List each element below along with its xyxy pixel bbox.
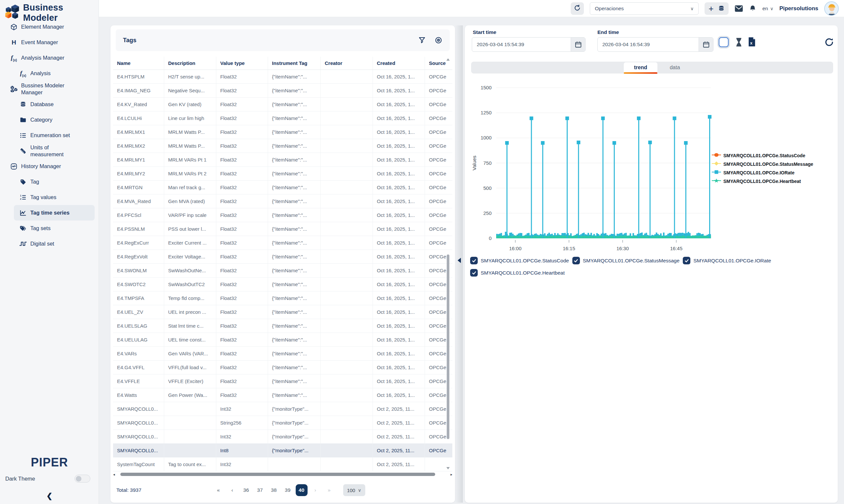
table-row[interactable]: E4.VARs Gen VARs (VAR... Float32 {"itemN…: [113, 347, 452, 361]
language-select[interactable]: en ∨: [762, 5, 773, 12]
filter-icon[interactable]: [418, 36, 426, 44]
page-size-select[interactable]: 100 ∨: [343, 484, 365, 496]
database-button[interactable]: [718, 5, 725, 12]
scroll-right-icon[interactable]: ▸: [450, 473, 452, 476]
page-button[interactable]: 39: [282, 484, 293, 496]
table-row[interactable]: E4.MRLMY2 MRLM VARs Pt 2 Float32 {"itemN…: [113, 167, 452, 181]
sidebar-item-bussines-modeler-manager[interactable]: Bussines Modeler Manager: [5, 81, 95, 96]
table-row[interactable]: E4.RegExCurr Exciter Current ... Float32…: [113, 236, 452, 250]
horizontal-scrollbar-thumb[interactable]: [120, 473, 435, 476]
collapse-left-icon[interactable]: [457, 258, 461, 263]
series-checkbox[interactable]: SMYARQCOLL01.OPCGe.StatusCode: [470, 257, 569, 264]
table-row[interactable]: E4.UELULAG UEL time const... Float32 {"i…: [113, 333, 452, 347]
sidebar-item-tag[interactable]: Tag: [14, 174, 95, 190]
calendar-icon[interactable]: [699, 38, 713, 51]
tab-trend[interactable]: trend: [624, 62, 658, 73]
table-row[interactable]: E4.MRLMY1 MRLM VARs Pt 1 Float32 {"itemN…: [113, 153, 452, 167]
hourglass-icon[interactable]: [735, 37, 743, 49]
col-instrument-tag[interactable]: Instrument Tag: [268, 57, 321, 70]
page-button[interactable]: 38: [268, 484, 280, 496]
sidebar-item-units-of-measurement[interactable]: Units of measurement: [14, 143, 95, 159]
table-row[interactable]: E4.MVA_Rated Gen MVA (rated) Float32 {"i…: [113, 195, 452, 208]
excel-file-icon[interactable]: x: [747, 37, 756, 49]
page-button[interactable]: 40: [295, 484, 307, 496]
col-name[interactable]: Name: [113, 57, 164, 70]
legend-item[interactable]: SMYARQCOLL01.OPCGe.IORate: [712, 168, 837, 177]
sidebar-collapse-icon[interactable]: ❮: [0, 492, 99, 500]
next-page-button[interactable]: ›: [309, 484, 321, 496]
last-page-button[interactable]: »: [323, 484, 335, 496]
table-row[interactable]: E4.SWONLM SwWashOutNe... Float32 {"itemN…: [113, 264, 452, 277]
sidebar-item-analysis[interactable]: f(x) Analysis: [14, 66, 95, 81]
workspace-select[interactable]: Operaciones ∨: [590, 2, 699, 15]
scroll-down-icon[interactable]: [446, 467, 450, 469]
table-row[interactable]: E4.HTSPLM H2/T sense up... Float32 {"ite…: [113, 70, 452, 84]
table-row[interactable]: SMYARQCOLL0... Int32 {"monitorType"... O…: [113, 430, 452, 444]
scroll-up-icon[interactable]: [446, 58, 450, 61]
scroll-left-icon[interactable]: ◂: [113, 473, 115, 476]
table-row[interactable]: E4.MRLMX1 MRLM Watts P... Float32 {"item…: [113, 125, 452, 139]
table-row[interactable]: SystemTagCount Tag to count ex... Int32 …: [113, 457, 452, 471]
bell-button[interactable]: [749, 5, 756, 13]
add-button[interactable]: +: [708, 4, 714, 13]
table-row[interactable]: E4.IMAG_NEG Negative Sequ... Float32 {"i…: [113, 84, 452, 97]
sidebar-item-tag-values[interactable]: 12 Tag values: [14, 190, 95, 205]
table-row[interactable]: E4.MRLMX2 MRLM Watts P... Float32 {"item…: [113, 139, 452, 153]
col-description[interactable]: Description: [164, 57, 216, 70]
table-row[interactable]: E4.TMPSFA Temp fld comp... Float32 {"ite…: [113, 291, 452, 305]
series-checkbox[interactable]: SMYARQCOLL01.OPCGe.IORate: [683, 257, 771, 264]
page-button[interactable]: 37: [254, 484, 266, 496]
prev-page-button[interactable]: ‹: [226, 484, 238, 496]
avatar[interactable]: [824, 1, 839, 16]
table-row[interactable]: E4.VFFLE VFFLE (Exciter) Float32 {"itemN…: [113, 375, 452, 388]
table-row[interactable]: E4.PFCScl VAR/PF inp scale Float32 {"ite…: [113, 208, 452, 222]
sidebar-item-enumeration-set[interactable]: Enumeration set: [14, 128, 95, 143]
start-time-input[interactable]: [472, 38, 571, 51]
legend-item[interactable]: SMYARQCOLL01.OPCGe.Heartbeat: [712, 177, 837, 185]
sidebar-item-event-manager[interactable]: H Event Manager: [5, 35, 95, 50]
horizontal-scrollbar[interactable]: ◂ ▸: [113, 472, 452, 476]
refresh-button[interactable]: [571, 2, 584, 15]
sidebar-item-tag-time-series[interactable]: Tag time series: [14, 205, 95, 220]
table-row[interactable]: E4.KV_Rated Gen KV (rated) Float32 {"ite…: [113, 97, 452, 111]
table-row[interactable]: SMYARQCOLL0... Int32 {"monitorType"... O…: [113, 402, 452, 416]
dark-theme-toggle[interactable]: [74, 475, 90, 483]
table-row[interactable]: E4.G4.VFFL VFFL(full load v... Float32 {…: [113, 361, 452, 375]
vertical-scrollbar-thumb[interactable]: [447, 254, 449, 439]
end-time-input[interactable]: [598, 38, 699, 51]
table-row[interactable]: E4.UELSLAG Stat lmt time c... Float32 {"…: [113, 319, 452, 333]
sidebar-item-category[interactable]: Category: [14, 112, 95, 128]
first-page-button[interactable]: «: [212, 484, 224, 496]
sidebar-item-analysis-manager[interactable]: f(x) Analysis Manager: [5, 50, 95, 66]
table-row[interactable]: SMYARQCOLL0... Int8 {"monitorType"... Oc…: [113, 444, 452, 457]
sidebar-item-history-manager[interactable]: History Manager: [5, 159, 95, 174]
legend-item[interactable]: SMYARQCOLL01.OPCGe.StatusMessage: [712, 160, 837, 168]
mail-button[interactable]: [735, 5, 743, 12]
eye-icon[interactable]: [434, 36, 443, 44]
table-row[interactable]: E4.RegExVolt Exciter Voltage... Float32 …: [113, 250, 452, 264]
table-row[interactable]: E4.SWOTC2 SwWashOutTC2 Float32 {"itemNam…: [113, 277, 452, 291]
sidebar-item-digital-set[interactable]: Digital set: [14, 236, 95, 252]
series-checkbox[interactable]: SMYARQCOLL01.OPCGe.Heartbeat: [470, 269, 565, 276]
table-row[interactable]: E4.UEL_ZV UEL int precon ... Float32 {"i…: [113, 305, 452, 319]
col-value-type[interactable]: Value type: [216, 57, 268, 70]
table-row[interactable]: SMYARQCOLL0... String256 {"monitorType".…: [113, 416, 452, 430]
sidebar-item-tag-sets[interactable]: Tag sets: [14, 220, 95, 236]
legend-item[interactable]: SMYARQCOLL01.OPCGe.StatusCode: [712, 151, 837, 160]
calendar-icon[interactable]: [571, 38, 585, 51]
col-creator[interactable]: Creator: [321, 57, 373, 70]
select-all-checkbox[interactable]: [719, 37, 729, 47]
table-row[interactable]: E4.PSSNLM PSS out lower l... Float32 {"i…: [113, 222, 452, 236]
tab-data[interactable]: data: [662, 62, 688, 73]
table-row[interactable]: E4.LCULHi Line cur lim high Float32 {"it…: [113, 111, 452, 125]
sidebar-item-database[interactable]: Database: [14, 96, 95, 112]
refresh-chart-icon[interactable]: [824, 37, 834, 49]
table-row[interactable]: E4.Watts Gen Power (Wa... Float32 {"item…: [113, 388, 452, 402]
table-row[interactable]: E4.MRTGN Man ref track g... Float32 {"it…: [113, 181, 452, 195]
page-button[interactable]: 36: [240, 484, 252, 496]
sidebar-item-element-manager[interactable]: Element Manager: [5, 19, 95, 35]
col-created[interactable]: Created: [373, 57, 425, 70]
vertical-scrollbar[interactable]: [447, 70, 449, 471]
panel-splitter[interactable]: [455, 25, 463, 503]
series-checkbox[interactable]: SMYARQCOLL01.OPCGe.StatusMessage: [572, 257, 680, 264]
